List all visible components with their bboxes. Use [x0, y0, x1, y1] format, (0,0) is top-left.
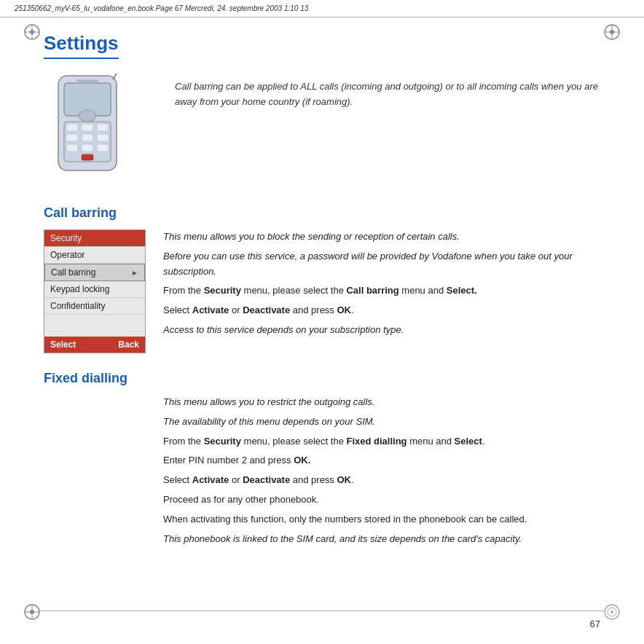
call-barring-description: This menu allows you to block the sendin…: [163, 229, 600, 342]
cb-para-5: Access to this service depends on your s…: [163, 323, 600, 338]
page-number: 67: [590, 619, 600, 629]
menu-item-confidentiality: Confidentiality: [44, 298, 145, 315]
fixed-dialling-section: Fixed dialling This menu allows you to r…: [44, 371, 600, 551]
main-content: Settings: [0, 17, 644, 583]
fixed-dialling-title: Fixed dialling: [44, 371, 600, 386]
menu-item-call-barring: Call barring ►: [44, 264, 145, 281]
header-bar: 251350662_myV-65_lu_vodafone_en.book Pag…: [0, 0, 644, 17]
fixed-dialling-row: This menu allows you to restrict the out…: [44, 395, 600, 551]
svg-rect-26: [97, 144, 109, 152]
svg-rect-24: [66, 144, 78, 152]
cb-para-3: From the Security menu, please select th…: [163, 283, 600, 299]
menu-item-security: Security: [44, 230, 145, 247]
call-barring-section: Call barring Security Operator Call barr…: [44, 205, 600, 353]
svg-rect-19: [82, 124, 93, 131]
svg-point-14: [610, 610, 613, 613]
cb-para-1: This menu allows you to block the sendin…: [163, 229, 600, 245]
cb-para-4: Select Activate or Deactivate and press …: [163, 303, 600, 318]
svg-rect-23: [97, 134, 109, 141]
corner-decoration-bl: [22, 602, 42, 622]
menu-select-label: Select: [44, 337, 95, 353]
svg-point-29: [79, 110, 96, 122]
menu-footer: Select Back: [44, 337, 145, 353]
phone-image: [44, 72, 160, 191]
svg-rect-25: [82, 144, 93, 152]
menu-item-call-barring-label: Call barring: [51, 267, 95, 278]
fd-para-1: This menu allows you to restrict the out…: [163, 395, 600, 410]
svg-rect-20: [97, 124, 109, 131]
menu-arrow-icon: ►: [131, 269, 138, 277]
call-barring-title: Call barring: [44, 205, 600, 221]
header-text: 251350662_myV-65_lu_vodafone_en.book Pag…: [15, 4, 308, 12]
corner-decoration-br: [602, 602, 622, 622]
svg-rect-27: [82, 154, 93, 160]
fd-para-6: Proceed as for any other phonebook.: [163, 492, 600, 508]
cb-para-2: Before you can use this service, a passw…: [163, 249, 600, 280]
fd-para-7: When activating this function, only the …: [163, 512, 600, 527]
page: 251350662_myV-65_lu_vodafone_en.book Pag…: [0, 0, 644, 644]
svg-rect-18: [66, 124, 78, 131]
call-barring-intro-text: Call barring can be applied to ALL calls…: [175, 72, 600, 110]
top-section: Call barring can be applied to ALL calls…: [44, 72, 600, 191]
menu-back-label: Back: [95, 337, 145, 353]
svg-rect-22: [82, 134, 93, 141]
menu-item-operator: Operator: [44, 247, 145, 264]
fd-para-4: Enter PIN number 2 and press OK.: [163, 453, 600, 468]
fd-para-3: From the Security menu, please select th…: [163, 434, 600, 449]
fd-para-5: Select Activate or Deactivate and press …: [163, 473, 600, 488]
menu-item-keypad-locking: Keypad locking: [44, 281, 145, 298]
svg-rect-28: [76, 79, 98, 83]
fd-para-8: This phonebook is linked to the SIM card…: [163, 532, 600, 547]
svg-rect-21: [66, 134, 78, 141]
menu-spacer: [44, 315, 145, 337]
page-title: Settings: [44, 32, 119, 59]
bottom-line: [40, 610, 604, 611]
fd-para-2: The availability of this menu depends on…: [163, 415, 600, 430]
svg-point-11: [30, 610, 34, 614]
call-barring-row: Security Operator Call barring ► Keypad …: [44, 229, 600, 353]
fixed-dialling-description: This menu allows you to restrict the out…: [163, 395, 600, 551]
phone-menu-widget: Security Operator Call barring ► Keypad …: [44, 229, 146, 353]
